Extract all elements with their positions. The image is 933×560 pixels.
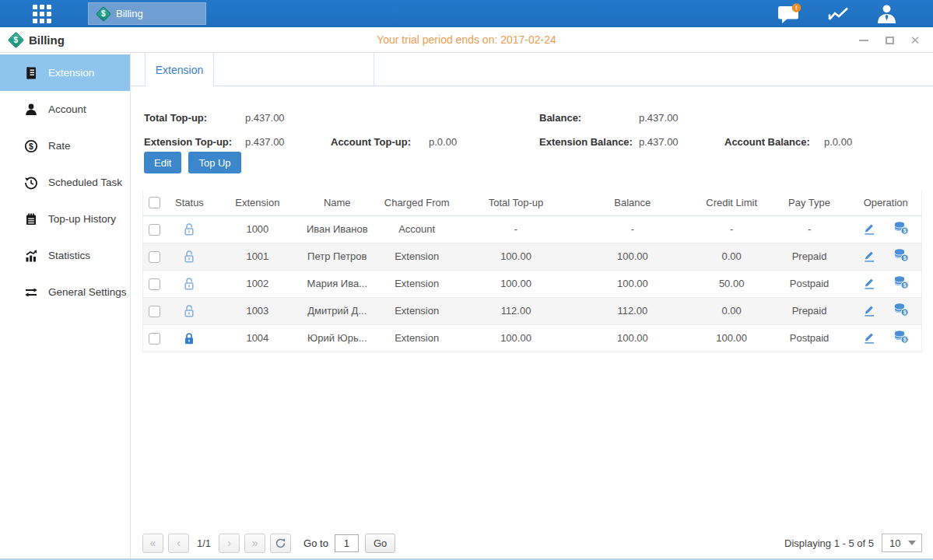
sidebar-item-topup-history[interactable]: Top-up History <box>0 201 130 237</box>
cell-pay-type: Prepaid <box>769 243 851 270</box>
column-total-topup[interactable]: Total Top-up <box>461 190 570 215</box>
topbar-tab-billing[interactable]: $ Billing <box>88 2 206 25</box>
cell-charged-from: Extension <box>372 324 461 352</box>
refresh-button[interactable] <box>270 534 291 553</box>
cell-name: Юрий Юрь... <box>302 324 372 352</box>
row-checkbox[interactable] <box>149 224 160 236</box>
page-size-select[interactable]: 10 <box>882 534 922 552</box>
svg-text:$: $ <box>903 310 907 316</box>
account-topup-label: Account Top-up: <box>331 136 411 148</box>
cell-charged-from: Extension <box>372 270 461 297</box>
extension-topup-value: p.437.00 <box>245 136 285 148</box>
billing-app-icon: $ <box>96 6 111 22</box>
go-button[interactable]: Go <box>365 534 395 553</box>
top-up-row-icon[interactable]: $ <box>893 221 909 237</box>
column-status[interactable]: Status <box>166 190 212 215</box>
total-topup-value: p.437.00 <box>245 112 285 124</box>
sidebar: Extension Account $ Rate Scheduled Task <box>0 53 131 558</box>
edit-row-icon[interactable] <box>862 275 876 292</box>
app-launcher-grid-icon[interactable] <box>33 5 51 23</box>
top-up-row-icon[interactable]: $ <box>893 303 909 319</box>
sidebar-item-account[interactable]: Account <box>0 91 130 128</box>
pagination-bar: « ‹ 1/1 › » Go to Go Displaying 1 - 5 of… <box>142 532 922 554</box>
sidebar-item-scheduled-task[interactable]: Scheduled Task <box>0 164 130 201</box>
topbar-actions: ! <box>777 0 897 27</box>
ledger-icon <box>24 66 38 80</box>
sidebar-item-general-settings[interactable]: General Settings <box>0 274 130 310</box>
user-icon <box>876 4 897 24</box>
edit-row-icon[interactable] <box>862 221 876 238</box>
sidebar-item-rate[interactable]: $ Rate <box>0 128 130 164</box>
cell-name: Дмитрий Д... <box>302 297 372 324</box>
sidebar-item-statistics[interactable]: Statistics <box>0 237 130 274</box>
select-all-checkbox[interactable] <box>149 197 160 208</box>
main-content: Extension Total Top-up: p.437.00 Balance… <box>131 53 933 558</box>
cell-balance: - <box>570 215 695 243</box>
column-pay-type[interactable]: Pay Type <box>769 190 851 215</box>
top-up-button[interactable]: Top Up <box>188 152 240 173</box>
edit-row-icon[interactable] <box>862 330 876 347</box>
cell-charged-from: Extension <box>372 297 461 324</box>
cell-extension: 1001 <box>212 243 302 270</box>
top-up-row-icon[interactable]: $ <box>893 275 909 292</box>
svg-text:!: ! <box>795 4 798 12</box>
status-unlocked-icon <box>183 250 195 261</box>
cell-name: Иван Иванов <box>302 215 372 243</box>
table-row: 1002 Мария Ива... Extension 100.00 100.0… <box>143 270 922 297</box>
cell-extension: 1004 <box>212 324 302 352</box>
extension-topup-label: Extension Top-up: <box>144 136 232 148</box>
billing-title-icon: $ <box>8 31 24 47</box>
person-icon <box>24 103 38 117</box>
last-page-button[interactable]: » <box>244 534 265 553</box>
table-row: 1000 Иван Иванов Account - - - - $ <box>143 215 922 243</box>
titlebar: $ Billing Your trial period ends on: 201… <box>0 27 933 53</box>
close-button[interactable]: ✕ <box>910 35 921 46</box>
dollar-circle-icon: $ <box>24 139 38 153</box>
row-checkbox[interactable] <box>149 278 160 290</box>
column-extension[interactable]: Extension <box>212 190 302 215</box>
edit-row-icon[interactable] <box>862 248 876 265</box>
svg-text:$: $ <box>903 282 907 289</box>
row-checkbox[interactable] <box>149 306 160 317</box>
edit-row-icon[interactable] <box>862 303 876 320</box>
tab-bar: Extension <box>131 53 933 86</box>
account-topup-value: p.0.00 <box>429 136 457 148</box>
first-page-button[interactable]: « <box>142 534 163 553</box>
next-page-button[interactable]: › <box>219 534 240 553</box>
cell-credit-limit: 50.00 <box>695 270 769 297</box>
cell-total-topup: - <box>461 215 570 243</box>
message-icon: ! <box>777 3 801 24</box>
prev-page-button[interactable]: ‹ <box>168 534 189 553</box>
notifications-button[interactable]: ! <box>777 3 801 24</box>
svg-text:$: $ <box>903 337 907 343</box>
column-charged-from[interactable]: Charged From <box>372 190 461 215</box>
column-name[interactable]: Name <box>302 190 372 215</box>
row-checkbox[interactable] <box>149 251 160 263</box>
notepad-icon <box>24 212 38 226</box>
table-header-row: Status Extension Name Charged From Total… <box>143 190 922 215</box>
action-buttons: Edit Top Up <box>144 152 241 173</box>
cell-pay-type: Postpaid <box>769 324 851 352</box>
cell-extension: 1003 <box>212 297 302 324</box>
column-balance[interactable]: Balance <box>570 190 695 215</box>
tab-extension[interactable]: Extension <box>145 53 214 86</box>
maximize-button[interactable] <box>884 35 895 46</box>
column-operation[interactable]: Operation <box>851 190 922 215</box>
sidebar-item-extension[interactable]: Extension <box>0 54 130 91</box>
monitor-button[interactable] <box>827 5 851 23</box>
goto-page-input[interactable] <box>335 534 359 552</box>
balance-value: p.437.00 <box>639 112 679 124</box>
history-clock-icon <box>24 176 38 190</box>
edit-button[interactable]: Edit <box>144 152 181 173</box>
cell-balance: 112.00 <box>570 297 695 324</box>
top-up-row-icon[interactable]: $ <box>893 330 909 346</box>
column-credit-limit[interactable]: Credit Limit <box>695 190 769 215</box>
minimize-button[interactable] <box>858 35 869 46</box>
svg-text:$: $ <box>29 142 33 151</box>
user-button[interactable] <box>876 4 897 24</box>
row-checkbox[interactable] <box>149 333 160 345</box>
top-up-row-icon[interactable]: $ <box>893 248 909 264</box>
transfer-arrows-icon <box>24 285 38 299</box>
balance-label: Balance: <box>539 112 581 124</box>
cell-extension: 1002 <box>212 270 302 297</box>
